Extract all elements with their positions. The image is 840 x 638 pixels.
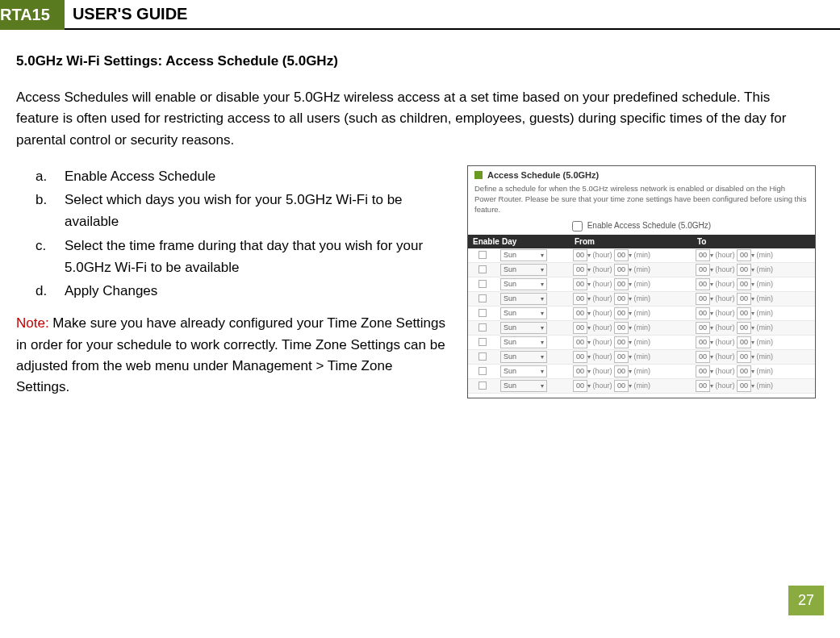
min-unit-label: (min): [754, 338, 773, 346]
to-hour-select[interactable]: 00: [696, 293, 710, 305]
note-paragraph: Note: Make sure you have already configu…: [16, 313, 449, 398]
day-select[interactable]: Sun▾: [500, 351, 547, 363]
day-select[interactable]: Sun▾: [500, 249, 547, 261]
min-unit-label: (min): [632, 352, 650, 361]
doc-header: RTA15 USER'S GUIDE: [0, 0, 840, 30]
hour-unit-label: (hour): [591, 367, 614, 375]
from-hour-select[interactable]: 00: [573, 336, 587, 348]
from-hour-select[interactable]: 00: [573, 293, 587, 305]
to-hour-select[interactable]: 00: [696, 264, 710, 276]
hour-unit-label: (hour): [713, 294, 737, 302]
from-hour-select[interactable]: 00: [573, 322, 587, 334]
min-unit-label: (min): [754, 294, 773, 302]
row-enable-checkbox[interactable]: [479, 382, 487, 390]
to-hour-select[interactable]: 00: [696, 322, 710, 334]
step-text: Select the time frame during that day th…: [65, 235, 449, 278]
step-marker: d.: [36, 280, 50, 302]
to-hour-select[interactable]: 00: [696, 336, 710, 348]
to-hour-select[interactable]: 00: [696, 351, 710, 363]
to-min-select[interactable]: 00: [737, 380, 751, 392]
to-min-select[interactable]: 00: [737, 264, 751, 276]
from-min-select[interactable]: 00: [614, 380, 629, 392]
to-hour-select[interactable]: 00: [696, 307, 710, 319]
min-unit-label: (min): [632, 309, 650, 317]
from-hour-select[interactable]: 00: [573, 264, 587, 276]
row-enable-checkbox[interactable]: [479, 309, 487, 317]
schedule-table: Enable Day From To Sun▾00▾ (hour) 00▾ (m…: [468, 235, 815, 394]
to-hour-select[interactable]: 00: [696, 249, 710, 261]
step-text: Apply Changes: [65, 280, 157, 302]
min-unit-label: (min): [632, 294, 650, 302]
section-title: 5.0GHz Wi-Fi Settings: Access Schedule (…: [16, 53, 816, 69]
row-enable-checkbox[interactable]: [479, 338, 487, 346]
day-select[interactable]: Sun▾: [500, 336, 547, 348]
day-select[interactable]: Sun▾: [500, 365, 547, 377]
row-enable-checkbox[interactable]: [479, 294, 487, 302]
to-hour-select[interactable]: 00: [696, 365, 710, 377]
to-min-select[interactable]: 00: [737, 365, 751, 377]
day-select[interactable]: Sun▾: [500, 322, 547, 334]
day-select[interactable]: Sun▾: [500, 264, 547, 276]
day-select[interactable]: Sun▾: [500, 307, 547, 319]
min-unit-label: (min): [632, 323, 650, 332]
min-unit-label: (min): [754, 367, 773, 375]
to-min-select[interactable]: 00: [737, 322, 751, 334]
from-min-select[interactable]: 00: [614, 307, 629, 319]
min-unit-label: (min): [754, 280, 773, 288]
to-min-select[interactable]: 00: [737, 351, 751, 363]
to-min-select[interactable]: 00: [737, 249, 751, 261]
square-icon: [474, 171, 483, 179]
to-min-select[interactable]: 00: [737, 278, 751, 290]
to-min-select[interactable]: 00: [737, 336, 751, 348]
hour-unit-label: (hour): [591, 251, 614, 259]
from-hour-select[interactable]: 00: [573, 307, 587, 319]
from-min-select[interactable]: 00: [614, 336, 629, 348]
from-min-select[interactable]: 00: [614, 264, 629, 276]
ss-description: Define a schedule for when the 5.0GHz wi…: [468, 184, 815, 219]
from-min-select[interactable]: 00: [614, 365, 629, 377]
step-item: b.Select which days you wish for your 5.…: [36, 189, 449, 232]
from-hour-select[interactable]: 00: [573, 351, 587, 363]
from-min-select[interactable]: 00: [614, 249, 629, 261]
hour-unit-label: (hour): [591, 294, 614, 302]
day-select[interactable]: Sun▾: [500, 380, 547, 392]
row-enable-checkbox[interactable]: [479, 367, 487, 375]
table-row: Sun▾00▾ (hour) 00▾ (min)00▾ (hour) 00▾ (…: [468, 292, 815, 306]
to-min-select[interactable]: 00: [737, 307, 751, 319]
day-select[interactable]: Sun▾: [500, 293, 547, 305]
step-text: Select which days you wish for your 5.0G…: [65, 189, 449, 232]
enable-schedule-checkbox[interactable]: [572, 221, 583, 231]
from-min-select[interactable]: 00: [614, 322, 629, 334]
chevron-down-icon: ▾: [541, 381, 544, 391]
chevron-down-icon: ▾: [541, 265, 544, 275]
from-hour-select[interactable]: 00: [573, 278, 587, 290]
row-enable-checkbox[interactable]: [479, 251, 487, 259]
to-min-select[interactable]: 00: [737, 293, 751, 305]
hour-unit-label: (hour): [713, 265, 737, 273]
min-unit-label: (min): [632, 338, 650, 346]
to-hour-select[interactable]: 00: [696, 380, 710, 392]
min-unit-label: (min): [754, 309, 773, 317]
row-enable-checkbox[interactable]: [479, 323, 487, 332]
from-hour-select[interactable]: 00: [573, 365, 587, 377]
row-enable-checkbox[interactable]: [479, 352, 487, 361]
row-enable-checkbox[interactable]: [479, 265, 487, 273]
from-min-select[interactable]: 00: [614, 351, 629, 363]
to-hour-select[interactable]: 00: [696, 278, 710, 290]
table-row: Sun▾00▾ (hour) 00▾ (min)00▾ (hour) 00▾ (…: [468, 277, 815, 292]
th-from: From: [570, 235, 692, 248]
min-unit-label: (min): [632, 382, 650, 390]
day-select[interactable]: Sun▾: [500, 278, 547, 290]
row-enable-checkbox[interactable]: [479, 280, 487, 288]
chevron-down-icon: ▾: [541, 337, 544, 348]
from-hour-select[interactable]: 00: [573, 380, 587, 392]
page-content: 5.0GHz Wi-Fi Settings: Access Schedule (…: [0, 33, 840, 398]
chevron-down-icon: ▾: [541, 294, 544, 304]
from-min-select[interactable]: 00: [614, 278, 629, 290]
chevron-down-icon: ▾: [541, 352, 544, 362]
hour-unit-label: (hour): [591, 352, 614, 361]
step-item: a.Enable Access Schedule: [36, 165, 449, 187]
from-hour-select[interactable]: 00: [573, 249, 587, 261]
from-min-select[interactable]: 00: [614, 293, 629, 305]
table-row: Sun▾00▾ (hour) 00▾ (min)00▾ (hour) 00▾ (…: [468, 379, 815, 394]
